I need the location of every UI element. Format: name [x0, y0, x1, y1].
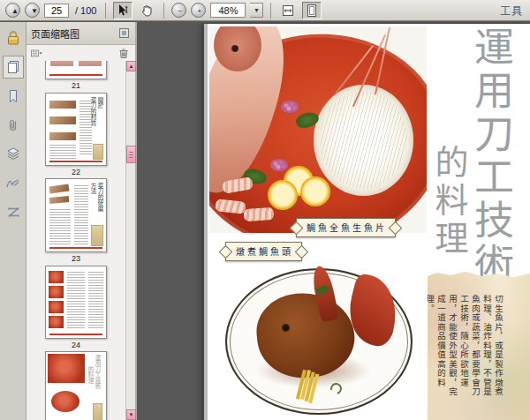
bookmarks-icon [5, 88, 21, 104]
sidebar-item-model-tree[interactable] [3, 201, 24, 224]
fit-page-button[interactable] [302, 2, 322, 19]
fit-width-button[interactable] [278, 2, 298, 19]
lemon-slice [300, 176, 330, 206]
app-body: 页面缩略图 21 關於 菜刀的材質 [0, 22, 530, 420]
plus-icon: + [197, 4, 200, 18]
sidebar-item-page-thumbnails[interactable] [3, 56, 24, 79]
select-cursor-icon [116, 4, 130, 18]
previous-page-button[interactable]: ▲ [5, 3, 20, 18]
options-icon [31, 49, 42, 58]
thumbnail-number: 23 [45, 254, 107, 263]
photo2-label: 燉煮鯛魚頭 [225, 242, 302, 261]
thumbnail-page-25[interactable]: 運用刀工技術 的料理 [45, 351, 107, 420]
scroll-down-button[interactable]: ▼ [126, 409, 136, 420]
up-arrow-icon: ▲ [11, 4, 14, 18]
thumbnail-title: 關於 [97, 97, 103, 109]
page-title: 的料理 [432, 145, 466, 259]
attachments-icon [5, 117, 21, 133]
model-tree-icon [5, 205, 21, 221]
hand-tool-button[interactable] [137, 2, 156, 19]
sashimi-photo [209, 26, 427, 233]
scroll-up-icon: ▲ [129, 64, 134, 69]
scroll-up-button[interactable]: ▲ [126, 61, 136, 71]
caret-down-icon: ▼ [254, 7, 260, 13]
daikon-garnish [314, 85, 413, 196]
toolbar-separator [270, 3, 271, 19]
thumbnail-number: 22 [45, 168, 107, 176]
navigation-icon-strip [0, 22, 26, 420]
lock-button[interactable] [3, 26, 24, 49]
page-thumbnails-panel: 页面缩略图 21 關於 菜刀的材質 [26, 22, 137, 420]
thumbnail-page-21[interactable] [45, 61, 107, 79]
sidebar-item-layers[interactable] [3, 143, 24, 166]
sidebar-item-attachments[interactable] [3, 114, 24, 137]
thumbnail-title: 方法 [90, 183, 96, 194]
thumbnail-page-24[interactable] [45, 266, 107, 339]
pdf-page: 鯛魚全魚生魚片 燉煮鯛魚頭 運用刀工技術 的料理 切生魚片，或是製作燉煮料理、油… [208, 24, 530, 420]
thumbnail-title: 的料理 [87, 366, 94, 384]
delete-thumbnail-button[interactable] [118, 48, 130, 59]
thumbnail-title: 菜刀的研磨 [97, 183, 103, 212]
toolbar-separator [163, 3, 164, 19]
zoom-dropdown-button[interactable]: ▼ [250, 3, 263, 18]
thumbnail-scrollbar[interactable]: ▲ ▼ [125, 61, 135, 420]
thumbnail-page-23[interactable]: 菜刀的研磨 方法 [45, 178, 107, 252]
zoom-level-value[interactable]: 48% [210, 3, 246, 18]
next-page-button[interactable]: ▼ [25, 3, 40, 18]
fit-page-icon [305, 4, 319, 17]
hand-icon [140, 4, 154, 18]
thumbnail-options-button[interactable] [31, 48, 42, 59]
intro-text-panel: 切生魚片，或是製作燉煮料理、油炸料理，不管是魚肉或蔬菜，都要學會刀工技術，隨心所… [428, 272, 530, 420]
page-title: 運用刀工技術 [470, 26, 510, 286]
thumbnail-page-22[interactable]: 關於 菜刀的材質 [45, 93, 107, 166]
zoom-out-button[interactable]: − [171, 3, 186, 18]
panel-title: 页面缩略图 [31, 26, 80, 41]
page-number-input[interactable] [44, 4, 69, 18]
photo1-label: 鯛魚全魚生魚片 [296, 218, 396, 237]
top-toolbar: ▲ ▼ / 100 − + 48% ▼ 工具 [0, 0, 530, 21]
scroll-down-icon: ▼ [129, 412, 134, 417]
panel-collapse-button[interactable] [119, 27, 131, 39]
thumbnail-title: 運用刀工技術 [95, 355, 101, 389]
layers-icon [5, 146, 21, 162]
thumbnail-number: 21 [45, 81, 107, 90]
sidebar-item-signatures[interactable] [3, 172, 24, 195]
page-thumbnails-icon [5, 59, 21, 75]
thumbnail-number: 24 [45, 341, 107, 349]
page-total-label: / 100 [73, 5, 98, 16]
select-tool-button[interactable] [113, 2, 132, 19]
document-area[interactable]: 鯛魚全魚生魚片 燉煮鯛魚頭 運用刀工技術 的料理 切生魚片，或是製作燉煮料理、油… [137, 22, 530, 420]
zoom-in-button[interactable]: + [191, 3, 206, 18]
toolbar-separator [105, 3, 106, 19]
down-arrow-icon: ▼ [31, 4, 34, 18]
panel-toolbar [26, 45, 135, 61]
trash-icon [118, 48, 129, 59]
thumbnail-list: 21 關於 菜刀的材質 22 菜刀的研磨 方法 [26, 61, 135, 420]
panel-header: 页面缩略图 [26, 22, 135, 45]
braised-fish-head-photo [225, 268, 413, 415]
panel-collapse-icon [119, 28, 129, 38]
scrollbar-thumb[interactable] [126, 146, 136, 163]
signatures-icon [5, 176, 21, 191]
fit-width-icon [281, 4, 295, 17]
intro-text: 切生魚片，或是製作燉煮料理、油炸料理，不管是魚肉或蔬菜，都要學會刀工技術，隨心所… [423, 295, 504, 401]
flower-garnish [270, 159, 288, 171]
minus-icon: − [178, 4, 180, 18]
tools-pane-toggle[interactable]: 工具 [500, 3, 525, 18]
lock-icon [4, 29, 22, 47]
sidebar-item-bookmarks[interactable] [3, 85, 24, 108]
